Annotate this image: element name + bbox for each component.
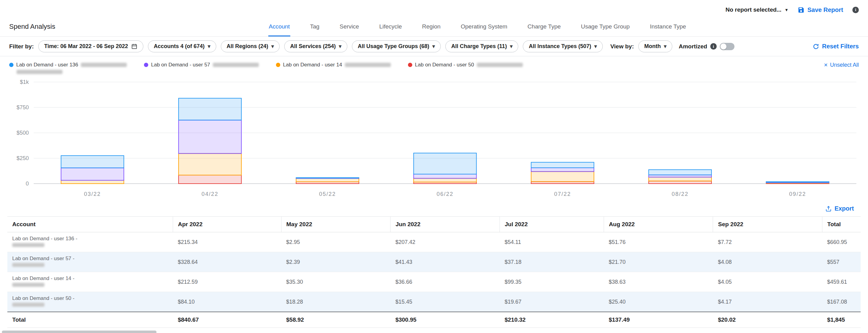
export-icon [825,205,832,212]
total-value-cell: $137.49 [604,312,713,328]
value-cell: $41.43 [391,252,500,272]
table-row: Lab on Demand - user 14 - $212.59 $35.30… [7,272,861,292]
page-title: Spend Analysis [9,23,55,31]
table-row: Lab on Demand - user 136 - $215.34 $2.95… [7,232,861,252]
total-cell: $167.08 [823,292,861,312]
unselect-all-label: Unselect All [830,62,859,68]
value-cell: $4.17 [713,292,823,312]
redacted-text [12,243,44,247]
account-name: Lab on Demand - user 50 - [12,295,168,301]
charge-types-filter-pill[interactable]: All Charge Types (11) ▾ [445,40,518,52]
tab-tag[interactable]: Tag [309,16,320,36]
redacted-text [345,63,391,67]
chevron-down-icon: ▾ [339,44,341,49]
info-icon[interactable]: i [710,43,717,49]
redacted-text [81,63,127,67]
export-button[interactable]: Export [825,205,854,212]
table-total-row: Total $840.67 $58.92 $300.95 $210.32 $13… [7,312,861,328]
tab-operating-system[interactable]: Operating System [460,16,508,36]
unselect-all-button[interactable]: ✕ Unselect All [824,62,859,68]
tab-service[interactable]: Service [339,16,360,36]
amortized-toggle[interactable] [720,43,735,50]
series-color-dot [144,63,148,67]
svg-text:$250: $250 [17,155,29,161]
toggle-knob [720,43,726,49]
spend-table: Account Apr 2022 May 2022 Jun 2022 Jul 2… [7,217,861,328]
tab-charge-type[interactable]: Charge Type [527,16,561,36]
tab-lifecycle[interactable]: Lifecycle [378,16,402,36]
reset-filters-label: Reset Filters [822,43,859,50]
legend-item-user-14[interactable]: Lab on Demand - user 14 [276,62,391,68]
column-header-account: Account [7,217,173,232]
chevron-down-icon: ▾ [594,44,597,49]
account-cell: Lab on Demand - user 14 - [7,272,173,292]
scrollbar-thumb[interactable] [2,331,156,333]
services-filter-pill[interactable]: All Services (254) ▾ [284,40,347,52]
column-header-aug: Aug 2022 [604,217,713,232]
tab-bar: Account Tag Service Lifecycle Region Ope… [268,16,686,36]
calendar-icon [131,43,137,49]
top-bar: No report selected... ▼ Save Report i [0,0,868,16]
svg-text:07/22: 07/22 [554,191,571,197]
value-cell: $215.34 [173,232,281,252]
save-report-label: Save Report [807,6,843,13]
table-header-row: Account Apr 2022 May 2022 Jun 2022 Jul 2… [7,217,861,232]
total-cell: $557 [823,252,861,272]
chevron-down-icon: ▾ [271,44,274,49]
usage-type-groups-filter-pill[interactable]: All Usage Type Groups (68) ▾ [352,40,441,52]
close-icon: ✕ [824,62,828,68]
accounts-filter-pill[interactable]: Accounts 4 (of 674) ▾ [148,40,216,52]
value-cell: $207.42 [391,232,500,252]
value-cell: $25.40 [604,292,713,312]
filter-by-label: Filter by: [9,43,34,50]
redacted-text [213,63,259,67]
value-cell: $15.45 [391,292,500,312]
instance-types-filter-pill[interactable]: All Instance Types (507) ▾ [523,40,602,52]
save-report-button[interactable]: Save Report [798,6,843,13]
column-header-may: May 2022 [281,217,391,232]
report-selector-dropdown[interactable]: No report selected... ▼ [725,6,789,13]
legend-label: Lab on Demand - user 57 [151,62,210,68]
tab-region[interactable]: Region [422,16,441,36]
legend-item-user-136[interactable]: Lab on Demand - user 136 [9,62,127,74]
column-header-sep: Sep 2022 [713,217,823,232]
value-cell: $37.18 [500,252,604,272]
info-icon[interactable]: i [852,7,859,13]
regions-filter-pill[interactable]: All Regions (24) ▾ [221,40,280,52]
chevron-down-icon: ▾ [664,44,666,49]
value-cell: $2.39 [281,252,391,272]
chart-legend: Lab on Demand - user 136 Lab on Demand -… [0,56,868,75]
time-filter-pill[interactable]: Time: 06 Mar 2022 - 06 Sep 2022 [38,40,143,52]
legend-item-user-57[interactable]: Lab on Demand - user 57 [144,62,259,68]
export-label: Export [835,205,854,212]
charge-types-filter-label: All Charge Types (11) [451,43,507,49]
header-row: Spend Analysis Account Tag Service Lifec… [0,16,868,37]
account-name: Lab on Demand - user 136 - [12,236,168,242]
value-cell: $99.35 [500,272,604,292]
series-color-dot [408,63,412,67]
account-cell: Lab on Demand - user 57 - [7,252,173,272]
horizontal-scrollbar [1,330,867,333]
svg-text:04/22: 04/22 [202,191,218,197]
value-cell: $84.10 [173,292,281,312]
value-cell: $54.11 [500,232,604,252]
tab-account[interactable]: Account [268,16,290,36]
view-by-label: View by: [611,43,634,50]
svg-text:06/22: 06/22 [436,191,453,197]
total-value-cell: $210.32 [500,312,604,328]
table-row: Lab on Demand - user 50 - $84.10 $18.28 … [7,292,861,312]
account-name: Lab on Demand - user 14 - [12,275,168,281]
series-color-dot [276,63,280,67]
value-cell: $51.76 [604,232,713,252]
tab-usage-type-group[interactable]: Usage Type Group [580,16,630,36]
svg-text:05/22: 05/22 [319,191,336,197]
reset-filters-button[interactable]: Reset Filters [812,43,859,50]
value-cell: $35.30 [281,272,391,292]
value-cell: $2.95 [281,232,391,252]
svg-text:0: 0 [26,180,29,187]
legend-item-user-50[interactable]: Lab on Demand - user 50 [408,62,523,68]
view-by-pill[interactable]: Month ▾ [638,40,672,52]
accounts-filter-label: Accounts 4 (of 674) [154,43,205,49]
total-value-cell: $20.02 [713,312,823,328]
tab-instance-type[interactable]: Instance Type [649,16,687,36]
